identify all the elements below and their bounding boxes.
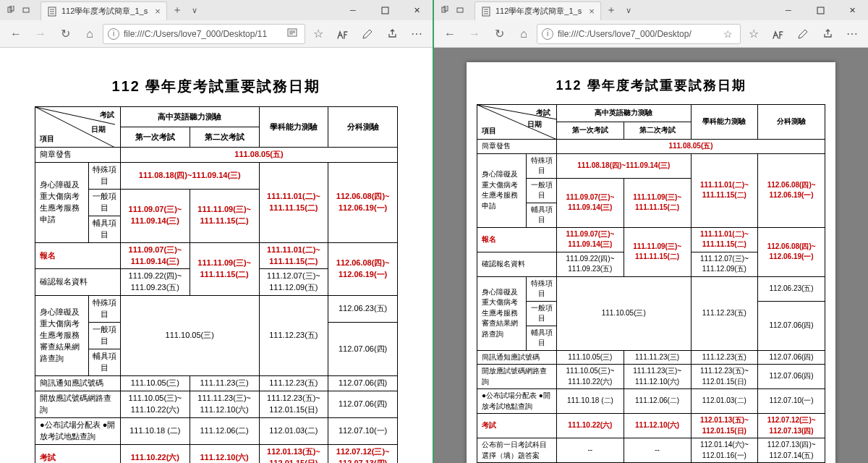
back-button[interactable]: ← (4, 22, 27, 46)
refresh-button[interactable]: ↻ (488, 22, 511, 46)
favorite-star-icon[interactable]: ☆ (720, 28, 736, 40)
browser-tab[interactable]: 112學年度考試簡章_1_s × (41, 1, 167, 20)
favorite-button[interactable]: ☆ (307, 22, 330, 46)
reader-icon[interactable] (284, 27, 300, 40)
forward-button[interactable]: → (463, 22, 486, 46)
browser-tab[interactable]: 112學年度考試簡章_1_s × (475, 1, 601, 20)
diag-header: 考試 日期 項目 (35, 107, 121, 148)
window-minimize-button[interactable]: ─ (773, 0, 804, 20)
svg-rect-16 (457, 8, 463, 12)
tabs-chevron-icon[interactable]: ∨ (186, 6, 203, 15)
pdf-viewer-right[interactable]: 112 學年度考試重要試務日期 考試 日期 項目 高中英語聽力測驗 學科能力測驗… (434, 48, 868, 463)
back-button[interactable]: ← (438, 22, 461, 46)
share-button[interactable] (380, 22, 404, 46)
hub-button[interactable] (331, 22, 354, 46)
schedule-table: 考試 日期 項目 高中英語聽力測驗 學科能力測驗 分科測驗 第一次考試 第二次考… (477, 104, 825, 463)
window-close-button[interactable]: ✕ (836, 0, 868, 20)
sys-icon-1[interactable] (3, 3, 19, 17)
sys-icon-2[interactable] (19, 3, 35, 17)
url-text: file:///C:/Users/love7_000/Desktop/11 (124, 29, 284, 39)
schedule-table: 考試 日期 項目 高中英語聽力測驗 學科能力測驗 分科測驗 第一次考試 第二次考… (35, 106, 398, 463)
hub-button[interactable] (767, 22, 790, 46)
close-tab-icon[interactable]: × (589, 6, 595, 17)
tab-title: 112學年度考試簡章_1_s (495, 6, 582, 17)
pdf-icon (481, 7, 491, 17)
home-button[interactable]: ⌂ (78, 22, 101, 46)
more-button[interactable]: ⋯ (405, 22, 428, 46)
titlebar-left: 112學年度考試簡章_1_s × ＋ ∨ ─ ✕ (0, 0, 433, 20)
titlebar-right: 112學年度考試簡章_1_s × ＋ ∨ ─ ✕ (434, 0, 868, 20)
tabs-chevron-icon[interactable]: ∨ (620, 6, 637, 15)
left-pane: 112學年度考試簡章_1_s × ＋ ∨ ─ ✕ ← → ↻ ⌂ i file:… (0, 0, 434, 463)
new-tab-button[interactable]: ＋ (169, 4, 186, 17)
diag-header: 考試 日期 項目 (477, 105, 557, 140)
pdf-icon (47, 7, 57, 17)
svg-rect-2 (23, 8, 29, 12)
toolbar-right: ← → ↻ ⌂ i file:///C:/Users/love7_000/Des… (434, 20, 868, 48)
doc-title: 112 學年度考試重要試務日期 (35, 77, 398, 96)
toolbar-left: ← → ↻ ⌂ i file:///C:/Users/love7_000/Des… (0, 20, 433, 48)
tab-title: 112學年度考試簡章_1_s (61, 6, 148, 17)
refresh-button[interactable]: ↻ (54, 22, 77, 46)
window-maximize-button[interactable] (369, 0, 401, 20)
window-minimize-button[interactable]: ─ (337, 0, 369, 20)
address-bar[interactable]: i file:///C:/Users/love7_000/Desktop/11 (103, 24, 305, 44)
svg-rect-21 (817, 7, 824, 14)
doc-title: 112 學年度考試重要試務日期 (477, 77, 825, 94)
new-tab-button[interactable]: ＋ (603, 4, 620, 17)
favorite-button[interactable]: ☆ (742, 22, 765, 46)
close-tab-icon[interactable]: × (155, 6, 161, 17)
svg-rect-7 (382, 7, 388, 14)
window-close-button[interactable]: ✕ (401, 0, 433, 20)
window-maximize-button[interactable] (804, 0, 836, 20)
pdf-page: 112 學年度考試重要試務日期 考試 日期 項目 高中英語聽力測驗 學科能力測驗… (467, 62, 835, 463)
share-button[interactable] (816, 22, 839, 46)
forward-button[interactable]: → (29, 22, 52, 46)
more-button[interactable]: ⋯ (841, 22, 864, 46)
pdf-viewer-left[interactable]: 112 學年度考試重要試務日期 考試 日期 項目 高中英語聽力測驗 學科能力測驗… (0, 48, 433, 463)
pdf-page: 112 學年度考試重要試務日期 考試 日期 項目 高中英語聽力測驗 學科能力測驗… (25, 62, 408, 463)
notes-button[interactable] (356, 22, 379, 46)
right-pane: 112學年度考試簡章_1_s × ＋ ∨ ─ ✕ ← → ↻ ⌂ i file:… (434, 0, 868, 463)
site-info-icon[interactable]: i (108, 28, 119, 40)
address-bar[interactable]: i file:///C:/Users/love7_000/Desktop/ ☆ (537, 24, 741, 44)
site-info-icon[interactable]: i (542, 28, 553, 40)
sys-icon-2[interactable] (453, 3, 469, 17)
home-button[interactable]: ⌂ (512, 22, 535, 46)
url-text: file:///C:/Users/love7_000/Desktop/ (558, 29, 720, 39)
sys-icon-1[interactable] (437, 3, 453, 17)
notes-button[interactable] (791, 22, 814, 46)
